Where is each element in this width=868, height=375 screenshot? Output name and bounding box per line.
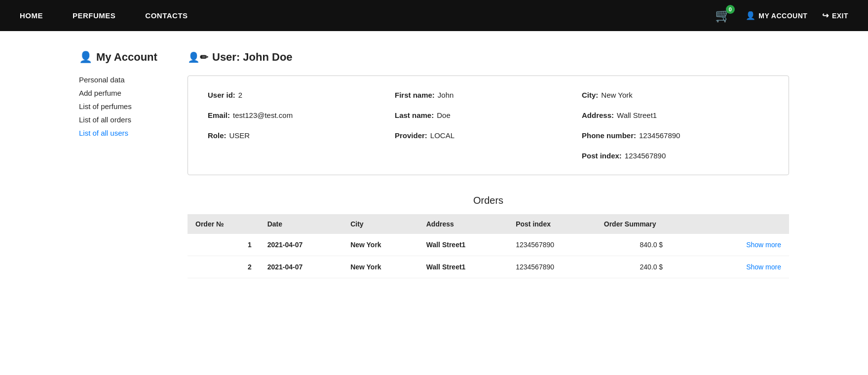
col-order-summary: Order Summary xyxy=(596,214,707,234)
nav-left: HOME PERFUMES CONTACTS xyxy=(20,11,715,20)
orders-header-row: Order № Date City Address Post index Ord… xyxy=(188,214,789,234)
post-index-label: Post index: xyxy=(582,151,622,160)
my-account-label: MY ACCOUNT xyxy=(758,12,807,20)
nav-perfumes[interactable]: PERFUMES xyxy=(73,11,115,20)
field-phone: Phone number: 1234567890 xyxy=(582,131,769,140)
order-row-1: 1 2021-04-07 New York Wall Street1 12345… xyxy=(188,234,789,256)
order-address-2: Wall Street1 xyxy=(418,256,508,278)
phone-value: 1234567890 xyxy=(639,131,680,140)
order-city-2: New York xyxy=(342,256,418,278)
user-info-card: User id: 2 Email: test123@test.com Role:… xyxy=(188,75,789,175)
provider-label: Provider: xyxy=(395,131,427,140)
order-city-1: New York xyxy=(342,234,418,256)
edit-user-icon: 👤✏ xyxy=(188,51,208,63)
address-label: Address: xyxy=(582,111,614,119)
exit-label: EXIT xyxy=(832,12,848,20)
field-provider: Provider: LOCAL xyxy=(395,131,582,140)
order-summary-2: 240.0 $ xyxy=(596,256,707,278)
field-user-id: User id: 2 xyxy=(208,91,395,99)
field-post-index: Post index: 1234567890 xyxy=(582,151,769,160)
role-value: USER xyxy=(229,131,250,140)
sidebar-person-icon: 👤 xyxy=(79,51,92,64)
first-name-label: First name: xyxy=(395,91,435,99)
user-fields-col2: First name: John Last name: Doe Provider… xyxy=(395,91,582,160)
field-city: City: New York xyxy=(582,91,769,99)
col-post-index: Post index xyxy=(508,214,596,234)
field-last-name: Last name: Doe xyxy=(395,111,582,119)
sidebar-item-list-of-perfumes[interactable]: List of perfumes xyxy=(79,102,168,111)
user-fields-col3: City: New York Address: Wall Street1 Pho… xyxy=(582,91,769,160)
address-value: Wall Street1 xyxy=(617,111,657,119)
field-address: Address: Wall Street1 xyxy=(582,111,769,119)
sidebar-title-text: My Account xyxy=(96,51,157,64)
account-icon: 👤 xyxy=(746,11,756,20)
first-name-value: John xyxy=(438,91,454,99)
cart-button[interactable]: 🛒 0 xyxy=(715,8,731,23)
nav-right: 🛒 0 👤 MY ACCOUNT ↪ EXIT xyxy=(715,8,848,23)
sidebar-item-add-perfume[interactable]: Add perfume xyxy=(79,89,168,97)
show-more-link-1[interactable]: Show more xyxy=(746,241,781,249)
user-title-text: User: John Doe xyxy=(212,51,293,64)
field-role: Role: USER xyxy=(208,131,395,140)
email-label: Email: xyxy=(208,111,230,119)
nav-home[interactable]: HOME xyxy=(20,11,43,20)
sidebar-item-list-of-all-orders[interactable]: List of all orders xyxy=(79,115,168,124)
order-post-index-2: 1234567890 xyxy=(508,256,596,278)
main-content: 👤✏ User: John Doe User id: 2 Email: test… xyxy=(188,51,789,278)
nav-exit[interactable]: ↪ EXIT xyxy=(822,11,848,20)
sidebar-item-personal-data[interactable]: Personal data xyxy=(79,75,168,84)
phone-label: Phone number: xyxy=(582,131,636,140)
user-id-value: 2 xyxy=(238,91,242,99)
order-date-1: 2021-04-07 xyxy=(260,234,342,256)
order-post-index-1: 1234567890 xyxy=(508,234,596,256)
city-label: City: xyxy=(582,91,598,99)
cart-badge: 0 xyxy=(726,5,735,14)
sidebar: 👤 My Account Personal data Add perfume L… xyxy=(79,51,168,278)
role-label: Role: xyxy=(208,131,226,140)
order-num-1: 1 xyxy=(188,234,260,256)
order-address-1: Wall Street1 xyxy=(418,234,508,256)
nav-my-account[interactable]: 👤 MY ACCOUNT xyxy=(746,11,808,20)
nav-contacts[interactable]: CONTACTS xyxy=(145,11,188,20)
orders-table: Order № Date City Address Post index Ord… xyxy=(188,214,789,278)
user-section-title: 👤✏ User: John Doe xyxy=(188,51,789,64)
sidebar-menu: Personal data Add perfume List of perfum… xyxy=(79,75,168,137)
order-num-2: 2 xyxy=(188,256,260,278)
city-value: New York xyxy=(601,91,632,99)
col-action-header xyxy=(707,214,789,234)
order-action-1[interactable]: Show more xyxy=(707,234,789,256)
col-city: City xyxy=(342,214,418,234)
show-more-link-2[interactable]: Show more xyxy=(746,263,781,271)
user-info-grid: User id: 2 Email: test123@test.com Role:… xyxy=(208,91,769,160)
col-date: Date xyxy=(260,214,342,234)
last-name-label: Last name: xyxy=(395,111,434,119)
field-first-name: First name: John xyxy=(395,91,582,99)
col-address: Address xyxy=(418,214,508,234)
exit-icon: ↪ xyxy=(822,11,829,20)
page-container: 👤 My Account Personal data Add perfume L… xyxy=(0,31,868,298)
order-summary-1: 840.0 $ xyxy=(596,234,707,256)
post-index-value: 1234567890 xyxy=(625,151,666,160)
navigation: HOME PERFUMES CONTACTS 🛒 0 👤 MY ACCOUNT … xyxy=(0,0,868,31)
orders-title: Orders xyxy=(188,195,789,206)
email-value: test123@test.com xyxy=(233,111,293,119)
provider-value: LOCAL xyxy=(430,131,454,140)
last-name-value: Doe xyxy=(437,111,451,119)
user-fields-col1: User id: 2 Email: test123@test.com Role:… xyxy=(208,91,395,160)
col-order-num: Order № xyxy=(188,214,260,234)
user-id-label: User id: xyxy=(208,91,235,99)
order-action-2[interactable]: Show more xyxy=(707,256,789,278)
orders-table-header: Order № Date City Address Post index Ord… xyxy=(188,214,789,234)
orders-table-body: 1 2021-04-07 New York Wall Street1 12345… xyxy=(188,234,789,278)
field-email: Email: test123@test.com xyxy=(208,111,395,119)
order-date-2: 2021-04-07 xyxy=(260,256,342,278)
order-row-2: 2 2021-04-07 New York Wall Street1 12345… xyxy=(188,256,789,278)
sidebar-title: 👤 My Account xyxy=(79,51,168,64)
sidebar-item-list-of-all-users[interactable]: List of all users xyxy=(79,129,168,137)
